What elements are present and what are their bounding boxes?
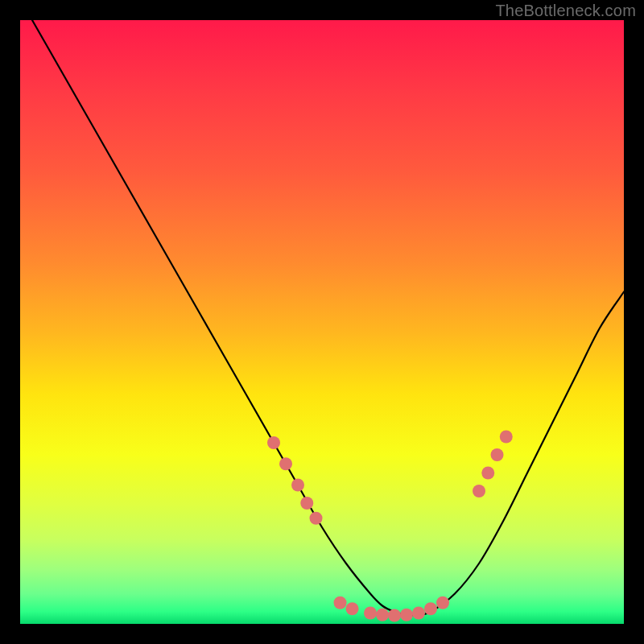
highlight-dots xyxy=(267,431,513,622)
chart-frame: TheBottleneck.com xyxy=(0,0,644,644)
highlight-dot xyxy=(500,431,513,444)
highlight-dot xyxy=(279,457,292,470)
bottleneck-curve xyxy=(32,20,624,615)
highlight-dot xyxy=(400,609,413,621)
highlight-dot xyxy=(491,448,504,461)
highlight-dot xyxy=(436,597,449,609)
highlight-dot xyxy=(346,602,359,615)
curve-layer xyxy=(20,20,624,624)
highlight-dot xyxy=(388,609,401,622)
highlight-dot xyxy=(291,479,304,492)
highlight-dot xyxy=(481,467,494,480)
highlight-dot xyxy=(267,436,280,449)
highlight-dot xyxy=(412,607,425,620)
highlight-dot xyxy=(424,602,437,615)
highlight-dot xyxy=(364,607,377,620)
highlight-dot xyxy=(473,485,485,497)
plot-area xyxy=(20,20,624,624)
highlight-dot xyxy=(334,597,347,609)
highlight-dot xyxy=(376,609,389,621)
highlight-dot xyxy=(300,497,313,510)
watermark-text: TheBottleneck.com xyxy=(495,2,636,20)
highlight-dot xyxy=(310,512,323,525)
